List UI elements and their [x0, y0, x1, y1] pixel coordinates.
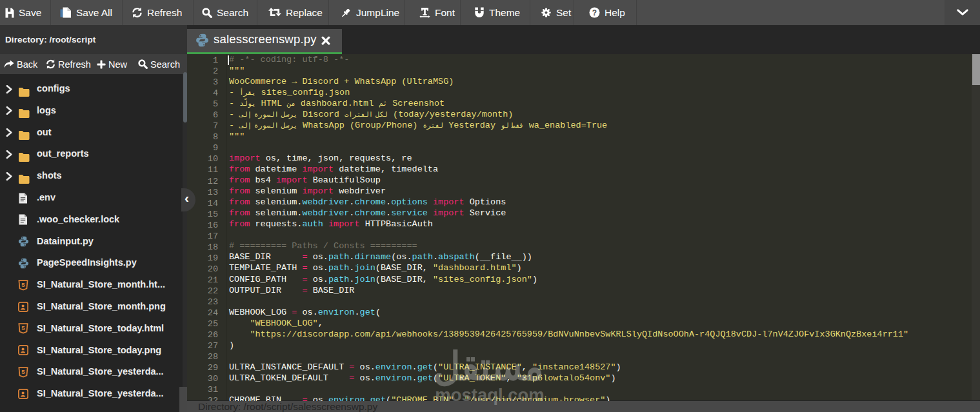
svg-text:?: ?: [592, 8, 597, 17]
svg-text:5: 5: [21, 368, 25, 375]
svg-text:5: 5: [21, 281, 25, 288]
svg-text:5: 5: [21, 324, 25, 331]
